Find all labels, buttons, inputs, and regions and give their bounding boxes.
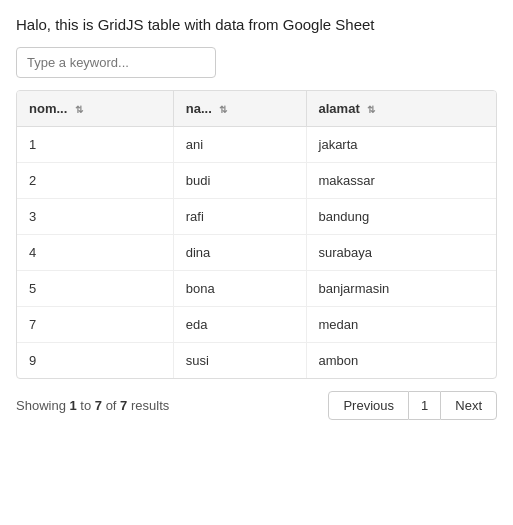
cell-alamat: ambon xyxy=(306,343,496,379)
col-alamat[interactable]: alamat ⇅ xyxy=(306,91,496,127)
cell-nom: 3 xyxy=(17,199,173,235)
table-row: 3rafibandung xyxy=(17,199,496,235)
table-row: 9susiambon xyxy=(17,343,496,379)
cell-na: rafi xyxy=(173,199,306,235)
table-body: 1anijakarta2budimakassar3rafibandung4din… xyxy=(17,127,496,379)
header-row: nom... ⇅ na... ⇅ alamat ⇅ xyxy=(17,91,496,127)
search-wrapper xyxy=(16,47,497,78)
sort-icon-alamat: ⇅ xyxy=(367,104,375,115)
cell-alamat: medan xyxy=(306,307,496,343)
col-na[interactable]: na... ⇅ xyxy=(173,91,306,127)
cell-alamat: jakarta xyxy=(306,127,496,163)
previous-button[interactable]: Previous xyxy=(328,391,409,420)
showing-text: Showing 1 to 7 of 7 results xyxy=(16,398,169,413)
cell-alamat: banjarmasin xyxy=(306,271,496,307)
cell-nom: 9 xyxy=(17,343,173,379)
table-row: 1anijakarta xyxy=(17,127,496,163)
footer: Showing 1 to 7 of 7 results Previous 1 N… xyxy=(16,391,497,420)
cell-nom: 7 xyxy=(17,307,173,343)
cell-nom: 5 xyxy=(17,271,173,307)
sort-icon-nom: ⇅ xyxy=(75,104,83,115)
table-row: 4dinasurabaya xyxy=(17,235,496,271)
cell-nom: 1 xyxy=(17,127,173,163)
cell-na: bona xyxy=(173,271,306,307)
cell-na: budi xyxy=(173,163,306,199)
table-container: nom... ⇅ na... ⇅ alamat ⇅ 1anijakarta2bu… xyxy=(16,90,497,379)
pagination: Previous 1 Next xyxy=(328,391,497,420)
table-header: nom... ⇅ na... ⇅ alamat ⇅ xyxy=(17,91,496,127)
cell-na: dina xyxy=(173,235,306,271)
data-table: nom... ⇅ na... ⇅ alamat ⇅ 1anijakarta2bu… xyxy=(17,91,496,378)
table-row: 2budimakassar xyxy=(17,163,496,199)
cell-alamat: surabaya xyxy=(306,235,496,271)
col-nom[interactable]: nom... ⇅ xyxy=(17,91,173,127)
cell-nom: 4 xyxy=(17,235,173,271)
cell-na: eda xyxy=(173,307,306,343)
table-row: 7edamedan xyxy=(17,307,496,343)
cell-alamat: makassar xyxy=(306,163,496,199)
current-page: 1 xyxy=(409,391,440,420)
next-button[interactable]: Next xyxy=(440,391,497,420)
search-input[interactable] xyxy=(16,47,216,78)
sort-icon-na: ⇅ xyxy=(219,104,227,115)
table-row: 5bonabanjarmasin xyxy=(17,271,496,307)
cell-na: ani xyxy=(173,127,306,163)
cell-na: susi xyxy=(173,343,306,379)
cell-alamat: bandung xyxy=(306,199,496,235)
cell-nom: 2 xyxy=(17,163,173,199)
page-title: Halo, this is GridJS table with data fro… xyxy=(16,16,497,33)
